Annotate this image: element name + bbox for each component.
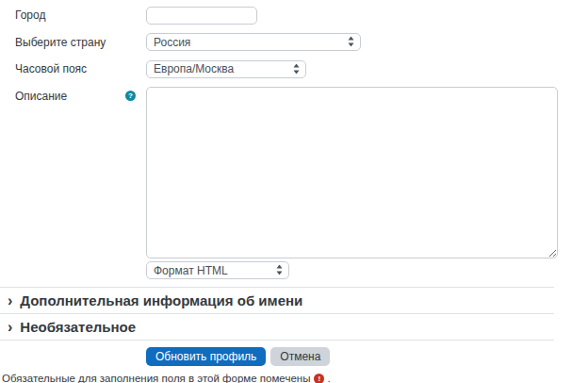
description-label: Описание [15,90,67,103]
required-note-suffix: . [327,373,330,383]
update-profile-button[interactable]: Обновить профиль [146,347,266,366]
country-label-col: Выберите страну [0,33,146,52]
form-row-timezone: Часовой пояс Европа/Москва [0,59,588,78]
country-select-wrap: Россия [146,33,361,52]
description-textarea[interactable] [146,87,558,258]
city-label: Город [15,8,45,22]
help-icon-glyph: ? [128,91,133,101]
section-header-name-info[interactable]: › Дополнительная информация об имени [0,288,554,313]
timezone-label-col: Часовой пояс [0,59,146,78]
timezone-select[interactable]: Европа/Москва [146,60,306,78]
required-fields-note: Обязательные для заполнения поля в этой … [0,373,588,383]
form-row-city: Город [0,6,588,25]
form-actions: Обновить профиль Отмена [146,347,588,366]
chevron-right-icon: › [8,319,12,335]
profile-edit-form: Город Выберите страну Россия Часовой поя… [0,0,588,383]
chevron-right-icon: › [8,292,12,308]
exclamation-icon: ! [314,374,324,383]
form-row-description: Описание ? Формат HTML [0,87,588,280]
timezone-select-wrap: Европа/Москва [146,59,306,78]
required-note-text: Обязательные для заполнения поля в этой … [2,373,310,383]
description-label-col: Описание ? [0,87,146,280]
format-select-wrap: Формат HTML [146,261,289,280]
city-input[interactable] [146,7,257,25]
section-header-optional[interactable]: › Необязательное [0,314,554,340]
country-select[interactable]: Россия [146,33,361,51]
help-icon[interactable]: ? [125,91,136,101]
timezone-label: Часовой пояс [15,62,87,75]
form-row-country: Выберите страну Россия [0,33,588,52]
format-select-row: Формат HTML [146,261,588,280]
section-title-name-info: Дополнительная информация об имени [20,292,302,308]
country-label: Выберите страну [15,36,106,49]
format-select[interactable]: Формат HTML [146,261,289,279]
cancel-button[interactable]: Отмена [270,347,330,366]
city-label-col: Город [0,6,146,25]
section-title-optional: Необязательное [20,319,136,335]
divider [0,340,554,341]
exclamation-icon-glyph: ! [318,374,321,383]
collapsible-sections: › Дополнительная информация об имени › Н… [0,287,554,341]
